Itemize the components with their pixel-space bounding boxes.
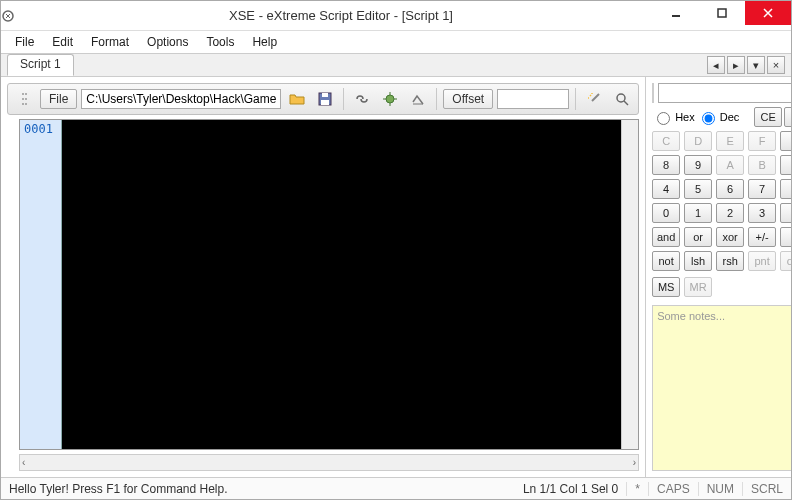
calc-plusminus[interactable]: +/-: [748, 227, 776, 247]
notes-area[interactable]: Some notes...: [652, 305, 791, 471]
dec-radio[interactable]: Dec: [697, 109, 740, 125]
open-folder-icon[interactable]: [285, 88, 309, 110]
menu-format[interactable]: Format: [83, 33, 137, 51]
svg-point-3: [22, 93, 24, 95]
menu-edit[interactable]: Edit: [44, 33, 81, 51]
calc-mem-indicator: [652, 83, 654, 103]
calc-add[interactable]: +: [780, 203, 791, 223]
svg-point-4: [22, 98, 24, 100]
save-icon[interactable]: [313, 88, 337, 110]
calc-0[interactable]: 0: [652, 203, 680, 223]
svg-rect-2: [718, 9, 726, 17]
svg-point-18: [617, 94, 625, 102]
calc-mul[interactable]: ×: [780, 155, 791, 175]
offset-label: Offset: [443, 89, 493, 109]
calc-ofs: ofs: [780, 251, 791, 271]
search-icon[interactable]: [610, 88, 634, 110]
calc-ms[interactable]: MS: [652, 277, 680, 297]
document-tabs: Script 1 ◂ ▸ ▾ ×: [1, 53, 791, 77]
calc-grid: C D E F ÷ 8 9 A B × 4 5 6 7 - 0 1 2 3 + …: [652, 131, 791, 271]
svg-point-6: [25, 93, 27, 95]
svg-point-5: [22, 103, 24, 105]
calc-div[interactable]: ÷: [780, 131, 791, 151]
line-gutter: 0001: [20, 120, 62, 449]
status-greeting: Hello Tyler! Press F1 for Command Help.: [1, 482, 236, 496]
calc-hex-a: A: [716, 155, 744, 175]
tab-next-button[interactable]: ▸: [727, 56, 745, 74]
status-caps: CAPS: [648, 482, 698, 496]
debug-icon[interactable]: [378, 88, 402, 110]
calc-c-button[interactable]: C: [784, 107, 791, 127]
status-bar: Hello Tyler! Press F1 for Command Help. …: [1, 477, 791, 499]
calc-hex-c: C: [652, 131, 680, 151]
editor-toolbar: File Offset: [7, 83, 639, 115]
file-path-input[interactable]: [81, 89, 281, 109]
code-area[interactable]: [62, 120, 621, 449]
app-icon: [1, 9, 29, 23]
status-modified: *: [626, 482, 648, 496]
calc-hex-f: F: [748, 131, 776, 151]
svg-line-17: [592, 94, 599, 101]
calc-ce-button[interactable]: CE: [754, 107, 782, 127]
calc-hex-d: D: [684, 131, 712, 151]
calc-sub[interactable]: -: [780, 179, 791, 199]
svg-line-19: [624, 101, 628, 105]
menu-options[interactable]: Options: [139, 33, 196, 51]
calc-mr: MR: [684, 277, 712, 297]
calc-1[interactable]: 1: [684, 203, 712, 223]
calc-eq[interactable]: =: [780, 227, 791, 247]
menu-help[interactable]: Help: [244, 33, 285, 51]
calc-7[interactable]: 7: [748, 179, 776, 199]
calc-9[interactable]: 9: [684, 155, 712, 175]
notes-placeholder: Some notes...: [657, 310, 725, 322]
horizontal-scrollbar[interactable]: ‹›: [19, 454, 639, 471]
tab-close-button[interactable]: ×: [767, 56, 785, 74]
calc-or[interactable]: or: [684, 227, 712, 247]
menu-bar: File Edit Format Options Tools Help: [1, 31, 791, 53]
tab-list-button[interactable]: ▾: [747, 56, 765, 74]
tab-prev-button[interactable]: ◂: [707, 56, 725, 74]
file-label: File: [40, 89, 77, 109]
calc-rsh[interactable]: rsh: [716, 251, 744, 271]
vertical-scrollbar[interactable]: [621, 120, 638, 449]
minimize-button[interactable]: [653, 1, 699, 25]
calc-4[interactable]: 4: [652, 179, 680, 199]
editor-pane: File Offset 0001 ‹›: [1, 77, 646, 477]
hex-radio[interactable]: Hex: [652, 109, 695, 125]
close-button[interactable]: [745, 1, 791, 25]
calc-lsh[interactable]: lsh: [684, 251, 712, 271]
calc-hex-b: B: [748, 155, 776, 175]
calc-6[interactable]: 6: [716, 179, 744, 199]
calc-5[interactable]: 5: [684, 179, 712, 199]
offset-input[interactable]: [497, 89, 569, 109]
svg-rect-11: [321, 100, 329, 105]
calculator-pane: Hex Dec CE C C D E F ÷ 8 9 A B × 4 5 6 7…: [646, 77, 791, 477]
work-area: File Offset 0001 ‹› Hex: [1, 77, 791, 477]
window-title: XSE - eXtreme Script Editor - [Script 1]: [29, 8, 653, 23]
maximize-button[interactable]: [699, 1, 745, 25]
svg-point-12: [386, 95, 394, 103]
title-bar: XSE - eXtreme Script Editor - [Script 1]: [1, 1, 791, 31]
separator: [343, 88, 344, 110]
calc-display[interactable]: [658, 83, 791, 103]
status-position: Ln 1/1 Col 1 Sel 0: [515, 482, 626, 496]
calc-pnt: pnt: [748, 251, 776, 271]
code-editor[interactable]: 0001: [19, 119, 639, 450]
tab-script-1[interactable]: Script 1: [7, 54, 74, 76]
status-num: NUM: [698, 482, 742, 496]
svg-rect-10: [322, 93, 328, 97]
calc-and[interactable]: and: [652, 227, 680, 247]
menu-file[interactable]: File: [7, 33, 42, 51]
separator: [436, 88, 437, 110]
calc-xor[interactable]: xor: [716, 227, 744, 247]
svg-point-8: [25, 103, 27, 105]
compile-icon[interactable]: [406, 88, 430, 110]
calc-2[interactable]: 2: [716, 203, 744, 223]
menu-tools[interactable]: Tools: [198, 33, 242, 51]
calc-not[interactable]: not: [652, 251, 680, 271]
calc-3[interactable]: 3: [748, 203, 776, 223]
calc-8[interactable]: 8: [652, 155, 680, 175]
link-icon[interactable]: [350, 88, 374, 110]
wand-icon[interactable]: [582, 88, 606, 110]
calc-hex-e: E: [716, 131, 744, 151]
